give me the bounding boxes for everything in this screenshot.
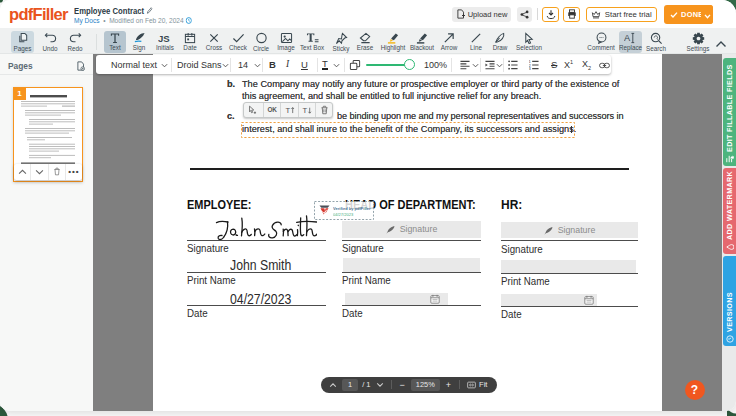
svg-text:JS: JS: [158, 33, 170, 44]
svg-text:A: A: [624, 33, 631, 43]
svg-text:T: T: [302, 105, 307, 114]
svg-text:3: 3: [529, 66, 532, 70]
svg-text:T: T: [285, 105, 290, 114]
